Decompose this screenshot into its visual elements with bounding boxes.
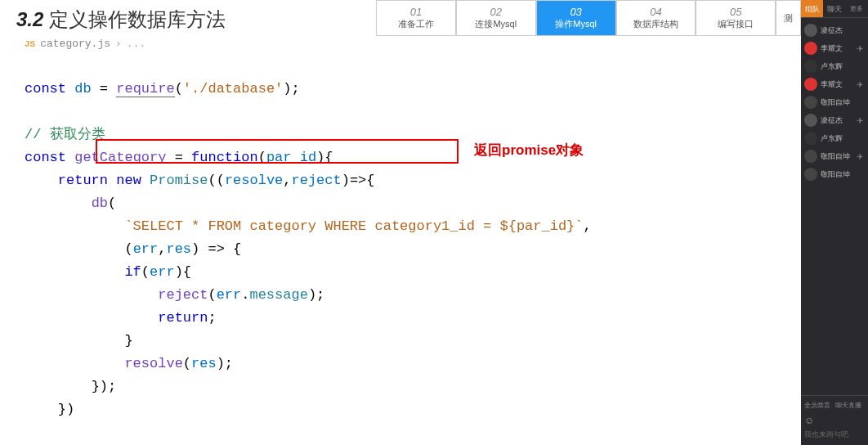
user-row[interactable]: 凌征杰✈ [803,111,866,129]
progress-tabs: 01准备工作 02连接Mysql 03操作Mysql 04数据库结构 05编写接… [376,0,801,36]
sidebar-tab-more[interactable]: 更多 [846,0,868,17]
user-row[interactable]: 李耀文✈ [803,75,866,93]
breadcrumb-rest: ... [127,38,145,50]
sidebar-tab-chat[interactable]: 聊天 [823,0,845,17]
avatar [804,96,817,109]
avatar [804,78,817,91]
user-name: 敬阳自坤 [821,169,850,180]
plane-icon [857,62,865,70]
tab-04[interactable]: 04数据库结构 [616,0,696,36]
user-name: 凌征杰 [821,115,843,126]
plane-icon [857,170,865,178]
user-row[interactable]: 敬阳自坤 [803,165,866,183]
emoji-icon[interactable]: ☺ [804,415,814,426]
breadcrumb: JS category.js › ... [0,36,868,55]
opt-mute[interactable]: 全员禁言 [804,401,830,410]
section-number: 3.2 [16,8,43,30]
sidebar-tab-team[interactable]: 组队 [801,0,823,17]
user-name: 敬阳自坤 [821,97,850,108]
user-name: 卢东辉 [821,61,843,72]
user-name: 卢东辉 [821,133,843,144]
avatar [804,60,817,73]
js-file-icon: JS [25,39,35,49]
avatar [804,168,817,181]
code-editor[interactable]: const db = require('./database'); // 获取分… [0,55,868,421]
avatar [804,24,817,37]
opt-live[interactable]: 聊天直播 [835,401,861,410]
tab-01[interactable]: 01准备工作 [376,0,456,36]
plane-icon: ✈ [857,152,865,160]
user-row[interactable]: 敬阳自坤✈ [803,147,866,165]
user-name: 敬阳自坤 [821,151,850,162]
user-row[interactable]: 凌征杰 [803,21,866,39]
section-title: 定义操作数据库方法 [49,8,226,30]
sidebar-footer: 全员禁言聊天直播 ☺ 我也来两句吧 [801,395,868,445]
avatar [804,150,817,163]
plane-icon [857,26,865,34]
plane-icon: ✈ [857,80,865,88]
breadcrumb-sep: › [115,38,122,50]
user-name: 凌征杰 [821,25,843,36]
user-row[interactable]: 卢东辉 [803,129,866,147]
tab-03[interactable]: 03操作Mysql [536,0,616,36]
avatar [804,42,817,55]
avatar [804,114,817,127]
user-list: 凌征杰李耀文✈卢东辉李耀文✈敬阳自坤凌征杰✈卢东辉敬阳自坤✈敬阳自坤 [801,18,868,187]
chat-sidebar: 组队 聊天 更多 凌征杰李耀文✈卢东辉李耀文✈敬阳自坤凌征杰✈卢东辉敬阳自坤✈敬… [801,0,868,445]
user-row[interactable]: 卢东辉 [803,57,866,75]
user-row[interactable]: 李耀文✈ [803,39,866,57]
plane-icon [857,134,865,142]
plane-icon: ✈ [857,44,865,52]
tab-02[interactable]: 02连接Mysql [456,0,536,36]
user-row[interactable]: 敬阳自坤 [803,93,866,111]
tab-05[interactable]: 05编写接口 [696,0,776,36]
annotation-text: 返回promise对象 [474,141,584,160]
avatar [804,132,817,145]
plane-icon: ✈ [857,116,865,124]
chat-input-placeholder[interactable]: 我也来两句吧 [804,429,865,440]
breadcrumb-file[interactable]: category.js [40,38,110,50]
plane-icon [857,98,865,106]
user-name: 李耀文 [821,43,843,54]
user-name: 李耀文 [821,79,843,90]
tab-06[interactable]: 测 [776,0,801,36]
sidebar-tabs: 组队 聊天 更多 [801,0,868,18]
